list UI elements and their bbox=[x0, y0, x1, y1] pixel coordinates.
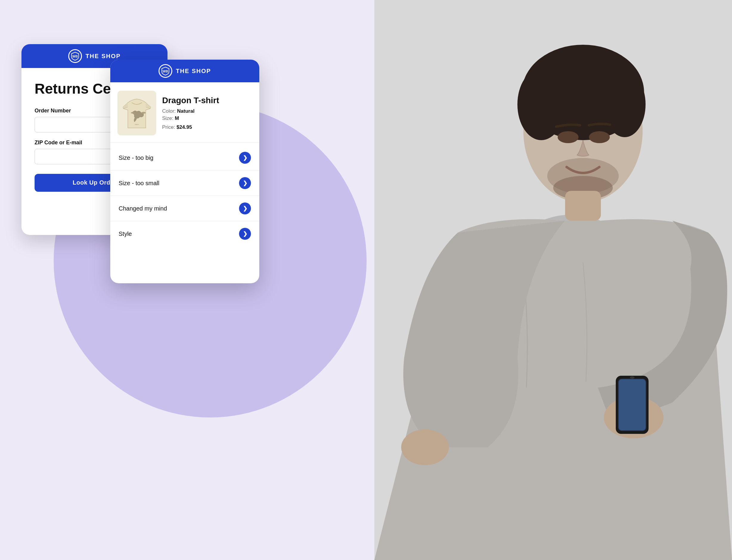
svg-point-5 bbox=[604, 72, 646, 137]
man-figure bbox=[374, 0, 732, 560]
price-value: $24.95 bbox=[177, 124, 192, 130]
option-size-too-big-arrow[interactable]: ❯ bbox=[239, 152, 251, 164]
svg-text:WB: WB bbox=[72, 55, 78, 58]
tshirt-image: DRAGON bbox=[120, 94, 153, 132]
man-photo bbox=[374, 0, 732, 560]
option-style-arrow[interactable]: ❯ bbox=[239, 228, 251, 240]
svg-point-4 bbox=[517, 69, 565, 140]
color-label: Color: bbox=[162, 108, 176, 114]
svg-point-11 bbox=[401, 429, 449, 465]
product-image: DRAGON bbox=[117, 91, 156, 135]
back-card-brand: THE SHOP bbox=[86, 53, 121, 60]
svg-text:DRAGON: DRAGON bbox=[135, 124, 139, 125]
return-options-list: Size - too big ❯ Size - too small ❯ Chan… bbox=[110, 143, 259, 249]
price-label: Price: bbox=[162, 124, 175, 130]
svg-rect-15 bbox=[619, 379, 646, 430]
wb-shield-icon-back: WB bbox=[71, 52, 80, 61]
wb-shield-icon-front: WB bbox=[161, 66, 170, 75]
product-size: Size: M bbox=[162, 115, 252, 121]
option-style[interactable]: Style ❯ bbox=[110, 221, 259, 246]
option-size-too-small-arrow[interactable]: ❯ bbox=[239, 177, 251, 189]
wb-logo-front: WB bbox=[159, 64, 172, 78]
product-info: Dragon T-shirt Color: Natural Size: M Pr… bbox=[162, 96, 252, 130]
svg-point-7 bbox=[589, 131, 610, 143]
option-changed-mind[interactable]: Changed my mind ❯ bbox=[110, 196, 259, 221]
option-size-too-big-label: Size - too big bbox=[119, 154, 154, 161]
front-card-brand: THE SHOP bbox=[176, 68, 211, 75]
wb-logo-back: WB bbox=[68, 49, 82, 63]
product-color: Color: Natural bbox=[162, 108, 252, 114]
option-changed-mind-label: Changed my mind bbox=[119, 205, 167, 212]
product-section: DRAGON Dragon T-shirt Color: Natural Siz… bbox=[110, 82, 259, 143]
product-return-card: WB THE SHOP bbox=[110, 60, 259, 283]
option-size-too-small[interactable]: Size - too small ❯ bbox=[110, 171, 259, 196]
svg-rect-10 bbox=[565, 191, 601, 221]
svg-text:WB: WB bbox=[163, 69, 168, 73]
svg-point-6 bbox=[558, 131, 578, 143]
product-name: Dragon T-shirt bbox=[162, 96, 252, 105]
size-label: Size: bbox=[162, 115, 174, 121]
color-value: Natural bbox=[177, 108, 195, 114]
front-card-header: WB THE SHOP bbox=[110, 60, 259, 82]
option-size-too-small-label: Size - too small bbox=[119, 180, 160, 187]
option-size-too-big[interactable]: Size - too big ❯ bbox=[110, 145, 259, 171]
option-changed-mind-arrow[interactable]: ❯ bbox=[239, 202, 251, 214]
svg-point-16 bbox=[630, 376, 634, 379]
option-style-label: Style bbox=[119, 231, 132, 237]
size-value: M bbox=[175, 115, 179, 121]
product-price: Price: $24.95 bbox=[162, 124, 252, 130]
